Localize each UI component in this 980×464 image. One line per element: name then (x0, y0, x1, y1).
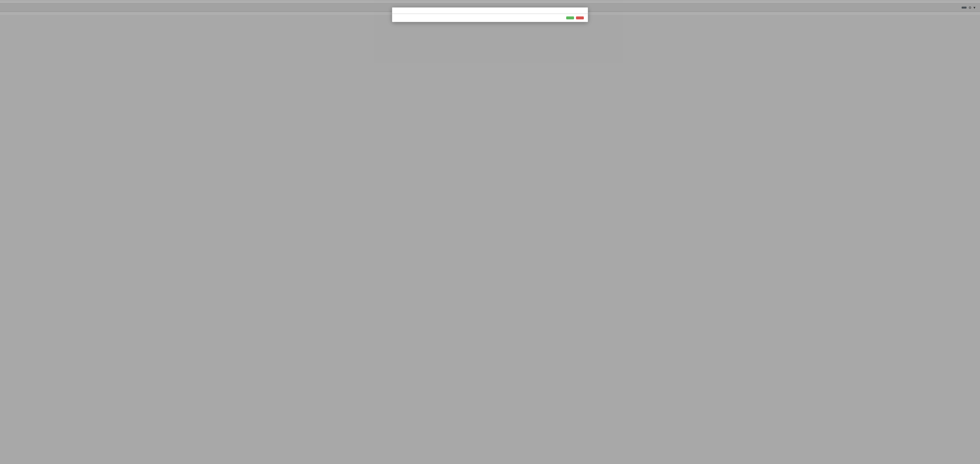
modal-header (392, 8, 588, 14)
modal-overlay (0, 0, 980, 15)
complete-workflow-modal (392, 7, 588, 15)
modal-footer (392, 14, 588, 15)
